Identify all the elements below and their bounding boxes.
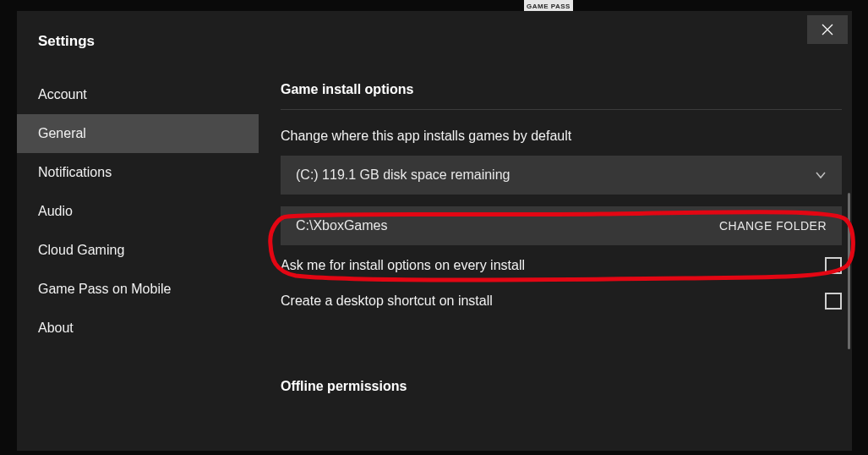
sidebar-item-label: General — [38, 126, 86, 141]
install-folder-path: C:\XboxGames — [296, 218, 387, 233]
sidebar-item-game-pass-mobile[interactable]: Game Pass on Mobile — [17, 270, 259, 309]
sidebar-item-cloud-gaming[interactable]: Cloud Gaming — [17, 231, 259, 270]
ask-install-row: Ask me for install options on every inst… — [281, 257, 842, 274]
sidebar-item-account[interactable]: Account — [17, 75, 259, 114]
offline-section-title: Offline permissions — [281, 379, 828, 394]
drive-selector-value: (C:) 119.1 GB disk space remaining — [296, 167, 510, 183]
ask-install-label: Ask me for install options on every inst… — [281, 258, 525, 273]
game-pass-badge: GAME PASS — [524, 0, 573, 12]
dialog-header: Settings — [17, 11, 852, 72]
sidebar-item-label: Notifications — [38, 165, 112, 180]
sidebar-item-label: Cloud Gaming — [38, 243, 124, 258]
desktop-shortcut-checkbox[interactable] — [825, 293, 842, 310]
content-pane: Game install options Change where this a… — [259, 72, 852, 451]
change-folder-button[interactable]: CHANGE FOLDER — [719, 219, 827, 233]
sidebar-item-about[interactable]: About — [17, 309, 259, 348]
sidebar-item-audio[interactable]: Audio — [17, 192, 259, 231]
section-title: Game install options — [281, 82, 828, 97]
install-folder-row[interactable]: C:\XboxGames CHANGE FOLDER — [281, 206, 842, 245]
change-where-label: Change where this app installs games by … — [281, 129, 828, 144]
dialog-body: Account General Notifications Audio Clou… — [17, 72, 852, 451]
close-icon — [822, 24, 833, 36]
drive-selector[interactable]: (C:) 119.1 GB disk space remaining — [281, 156, 842, 195]
sidebar: Account General Notifications Audio Clou… — [17, 72, 259, 451]
close-button[interactable] — [807, 15, 848, 44]
chevron-down-icon — [815, 169, 827, 181]
sidebar-item-notifications[interactable]: Notifications — [17, 153, 259, 192]
sidebar-item-label: About — [38, 321, 74, 336]
sidebar-item-general[interactable]: General — [17, 114, 259, 153]
dialog-title: Settings — [38, 33, 95, 50]
sidebar-item-label: Game Pass on Mobile — [38, 282, 171, 297]
ask-install-checkbox[interactable] — [825, 257, 842, 274]
divider — [281, 109, 842, 110]
sidebar-item-label: Account — [38, 87, 87, 102]
sidebar-item-label: Audio — [38, 204, 73, 219]
desktop-shortcut-label: Create a desktop shortcut on install — [281, 293, 493, 309]
scrollbar-thumb[interactable] — [848, 193, 850, 349]
settings-dialog: Settings Account General Notifications A… — [17, 11, 852, 451]
desktop-shortcut-row: Create a desktop shortcut on install — [281, 293, 842, 310]
